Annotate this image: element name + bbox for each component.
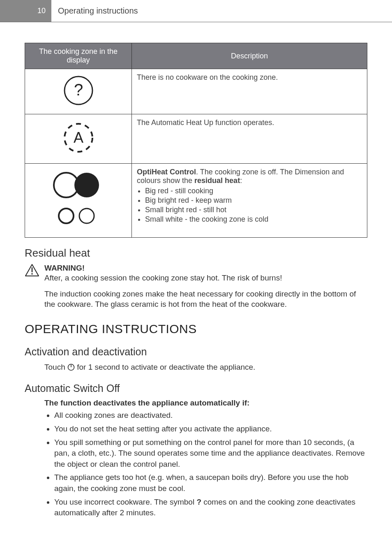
list-item: You do not set the heat setting after yo…	[54, 424, 367, 435]
optiheat-title: OptiHeat Control	[137, 168, 196, 176]
optiheat-lead: OptiHeat Control. The cooking zone is of…	[137, 168, 344, 185]
table-row: ? There is no cookware on the cooking zo…	[25, 69, 367, 114]
list-item: Big bright red - keep warm	[145, 196, 362, 205]
no-cookware-icon: ?	[62, 74, 95, 107]
icon-cell-optiheat	[25, 164, 132, 238]
svg-text:?: ?	[74, 81, 83, 99]
activation-text: Touch for 1 second to activate or deacti…	[44, 362, 367, 373]
warning-block: WARNING! After, a cooking session the co…	[25, 264, 367, 284]
desc-text: The Automatic Heat Up function operates.	[137, 118, 274, 127]
warning-icon	[25, 264, 41, 278]
svg-text:A: A	[73, 129, 83, 146]
operating-heading: OPERATING INSTRUCTIONS	[25, 322, 367, 336]
residual-heat-heading: Residual heat	[25, 247, 367, 259]
svg-point-10	[31, 273, 33, 275]
page-number-box: 10	[0, 0, 51, 22]
residual-para: The induction cooking zones make the hea…	[44, 289, 367, 310]
optiheat-list: Big red - still cooking Big bright red -…	[137, 187, 362, 224]
warning-text: After, a cooking session the cooking zon…	[44, 273, 367, 284]
svg-point-7	[79, 208, 94, 223]
warning-body: WARNING! After, a cooking session the co…	[41, 264, 367, 284]
optiheat-residual: residual heat	[194, 176, 240, 185]
desc-cell: There is no cookware on the cooking zone…	[132, 69, 367, 114]
list-item: The appliance gets too hot (e.g. when, a…	[54, 472, 367, 494]
optiheat-icon	[48, 169, 109, 230]
incorrect-cookware-symbol: ?	[196, 498, 201, 506]
list-item: Small white - the cooking zone is cold	[145, 215, 362, 224]
desc-text: There is no cookware on the cooking zone…	[137, 73, 278, 81]
list-item: You use incorrect cookware. The symbol ?…	[54, 497, 367, 519]
icon-cell-auto: A	[25, 114, 132, 164]
table-header-desc: Description	[132, 43, 367, 69]
table-row: OptiHeat Control. The cooking zone is of…	[25, 164, 367, 238]
auto-off-lead: The function deactivates the appliance a…	[44, 398, 367, 408]
activation-heading: Activation and deactivation	[25, 346, 367, 358]
optiheat-end: :	[240, 176, 242, 185]
auto-off-heading: Automatic Switch Off	[25, 382, 367, 394]
auto-heatup-icon: A	[60, 119, 97, 156]
last-item-before: You use incorrect cookware. The symbol	[54, 498, 196, 506]
table-header-zone: The cooking zone in the display	[25, 43, 132, 69]
display-table: The cooking zone in the display Descript…	[25, 43, 367, 238]
auto-off-list: All cooking zones are deactivated. You d…	[54, 410, 367, 518]
table-row: A The Automatic Heat Up function operate…	[25, 114, 367, 164]
page-content: The cooking zone in the display Descript…	[0, 43, 392, 519]
list-item: You spill something or put something on …	[54, 437, 367, 470]
activation-before: Touch	[44, 363, 67, 371]
svg-point-6	[59, 208, 74, 223]
list-item: All cooking zones are deactivated.	[54, 410, 367, 421]
power-icon	[67, 364, 75, 371]
page-header: 10 Operating instructions	[0, 0, 392, 22]
desc-cell: The Automatic Heat Up function operates.	[132, 114, 367, 164]
list-item: Small bright red - still hot	[145, 206, 362, 214]
page-number: 10	[37, 7, 46, 15]
header-title: Operating instructions	[51, 6, 138, 16]
activation-after: for 1 second to activate or deactivate t…	[77, 363, 255, 371]
icon-cell-question: ?	[25, 69, 132, 114]
list-item: Big red - still cooking	[145, 187, 362, 195]
svg-point-5	[74, 173, 99, 197]
warning-title: WARNING!	[44, 264, 367, 273]
desc-cell: OptiHeat Control. The cooking zone is of…	[132, 164, 367, 238]
